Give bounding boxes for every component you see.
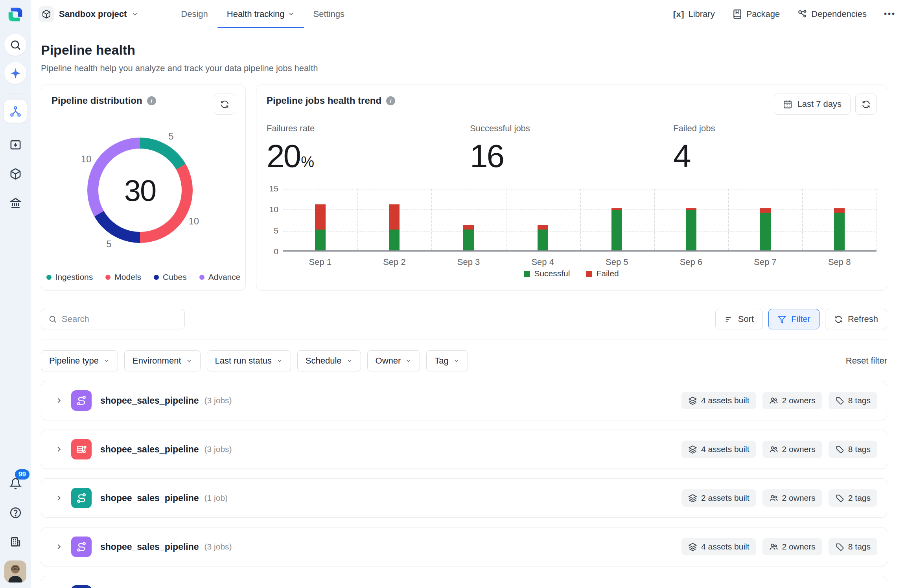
chevron-right-icon[interactable]: [55, 542, 63, 551]
project-selector[interactable]: Sandbox project: [39, 6, 138, 22]
pipeline-row[interactable]: shopee_sales_pipeline (3 jobs) 4 assets …: [41, 527, 887, 566]
tag-icon: [835, 542, 844, 551]
calendar-icon: [783, 99, 792, 109]
search-icon: [9, 39, 22, 51]
pipeline-type-icon: [71, 488, 92, 508]
reset-filter-button[interactable]: Reset filter: [846, 356, 887, 366]
date-range-button[interactable]: Last 7 days: [774, 94, 851, 115]
search-box[interactable]: [41, 309, 185, 329]
chevron-right-icon[interactable]: [55, 396, 63, 405]
chevron-down-icon: [186, 358, 192, 364]
chevron-down-icon: [453, 358, 460, 364]
sidebar-item-warehouse[interactable]: [4, 192, 26, 214]
tab-design[interactable]: Design: [171, 0, 217, 28]
donut-chart[interactable]: 30: [87, 138, 193, 243]
sidebar-ai-button[interactable]: [4, 62, 26, 84]
filter-chip-owner[interactable]: Owner: [367, 350, 420, 371]
filter-chip-last-run-status[interactable]: Last run status: [207, 350, 291, 371]
pipeline-jobs-count: (3 jobs): [204, 396, 232, 405]
refresh-icon: [861, 99, 871, 109]
tab-settings[interactable]: Settings: [304, 0, 354, 28]
sidebar-item-pipelines[interactable]: [4, 100, 27, 123]
tab-label: Health tracking: [227, 9, 285, 19]
donut-segment-value: 5: [106, 239, 111, 250]
chevron-down-icon: [103, 358, 110, 364]
sidebar-item-inbox[interactable]: [4, 134, 26, 156]
pipeline-row[interactable]: shopee_sales_pipeline (3 jobs) 4 assets …: [41, 430, 887, 469]
donut-segment-value: 10: [81, 154, 92, 165]
package-button[interactable]: Package: [732, 9, 780, 19]
legend-item: Models: [105, 272, 141, 282]
stat-value: 16: [470, 138, 673, 175]
pipeline-type-icon: [71, 390, 92, 411]
trend-refresh-button[interactable]: [855, 94, 877, 115]
refresh-button[interactable]: Refresh: [825, 309, 887, 329]
sort-label: Sort: [738, 314, 754, 324]
pipeline-row[interactable]: shopee_sales_pipeline (3 jobs) 4 assets …: [41, 381, 887, 420]
sidebar-notifications-button[interactable]: 99: [4, 472, 26, 494]
donut-legend: IngestionsModelsCubesAdvance: [49, 272, 238, 282]
date-range-label: Last 7 days: [797, 99, 842, 109]
trend-card-title: Pipeline jobs health trend: [267, 95, 381, 106]
donut-segment-value: 10: [188, 216, 199, 227]
info-icon[interactable]: i: [386, 96, 395, 105]
filter-chip-pipeline-type[interactable]: Pipeline type: [41, 350, 118, 371]
sidebar-help-button[interactable]: [4, 502, 26, 524]
filter-chip-tag[interactable]: Tag: [426, 350, 468, 371]
chevron-right-icon[interactable]: [55, 445, 63, 454]
stat-label: Failures rate: [267, 123, 470, 134]
owners-badge: 2 owners: [762, 489, 822, 507]
filter-button[interactable]: Filter: [768, 309, 819, 329]
more-menu-button[interactable]: •••: [884, 9, 896, 18]
user-avatar[interactable]: [4, 560, 26, 582]
tab-label: Settings: [313, 9, 345, 19]
distribution-card-title: Pipeline distribution: [52, 95, 142, 106]
tags-badge: 8 tags: [829, 538, 877, 555]
notification-badge: 99: [15, 469, 29, 480]
distribution-refresh-button[interactable]: [214, 94, 235, 115]
sort-button[interactable]: Sort: [715, 309, 763, 329]
search-input[interactable]: [62, 314, 177, 324]
cube-icon: [9, 168, 22, 180]
legend-item: Cubes: [154, 272, 187, 282]
book-icon: [732, 9, 742, 19]
sidebar-organization-button[interactable]: [4, 531, 26, 553]
jobs-bar-chart[interactable]: 051015 Sep 1Sep 2Sep 3Sep 4Sep 5Sep 6Sep…: [267, 184, 877, 266]
avatar-photo: [4, 560, 26, 582]
dependencies-label: Dependencies: [811, 9, 867, 19]
tab-health-tracking[interactable]: Health tracking: [217, 0, 304, 28]
stat-successful-jobs: Successful jobs 16: [470, 123, 673, 175]
topbar: Sandbox project Design Health tracking S…: [31, 0, 906, 28]
list-toolbar: Sort Filter Refresh: [41, 309, 887, 329]
pipeline-jobs-count: (1 job): [204, 493, 228, 503]
project-name: Sandbox project: [59, 9, 127, 19]
layers-icon: [688, 542, 697, 551]
library-button[interactable]: [x] Library: [673, 9, 715, 19]
chevron-right-icon[interactable]: [55, 494, 63, 502]
page-title: Pipeline health: [41, 42, 887, 58]
owners-badge: 2 owners: [762, 392, 822, 409]
toolbar-divider: [41, 340, 887, 340]
filter-chip-schedule[interactable]: Schedule: [297, 350, 361, 371]
chevron-down-icon: [405, 358, 412, 364]
chevron-down-icon: [288, 11, 295, 17]
app-logo[interactable]: [6, 6, 24, 24]
sparkle-icon: [9, 67, 22, 79]
office-building-icon: [9, 536, 22, 548]
tab-bar: Design Health tracking Settings: [171, 0, 354, 28]
tab-label: Design: [181, 9, 208, 19]
info-icon[interactable]: i: [147, 96, 156, 105]
pipeline-name: shopee_sales_pipeline: [100, 493, 199, 503]
pipeline-row[interactable]: shopee_sales_pipeline: [41, 576, 887, 588]
dependencies-button[interactable]: Dependencies: [797, 9, 867, 19]
filter-funnel-icon: [777, 315, 786, 324]
donut-segment-value: 5: [168, 131, 173, 142]
sidebar-search-button[interactable]: [4, 34, 26, 56]
filter-chip-environment[interactable]: Environment: [124, 350, 201, 371]
layers-icon: [688, 396, 697, 405]
tag-icon: [835, 396, 844, 405]
bar-chart-legend: SucessfulFailed: [267, 269, 877, 278]
pipeline-row[interactable]: shopee_sales_pipeline (1 job) 2 assets b…: [41, 478, 887, 518]
sidebar-item-packages[interactable]: [4, 163, 26, 185]
layers-icon: [688, 494, 697, 503]
